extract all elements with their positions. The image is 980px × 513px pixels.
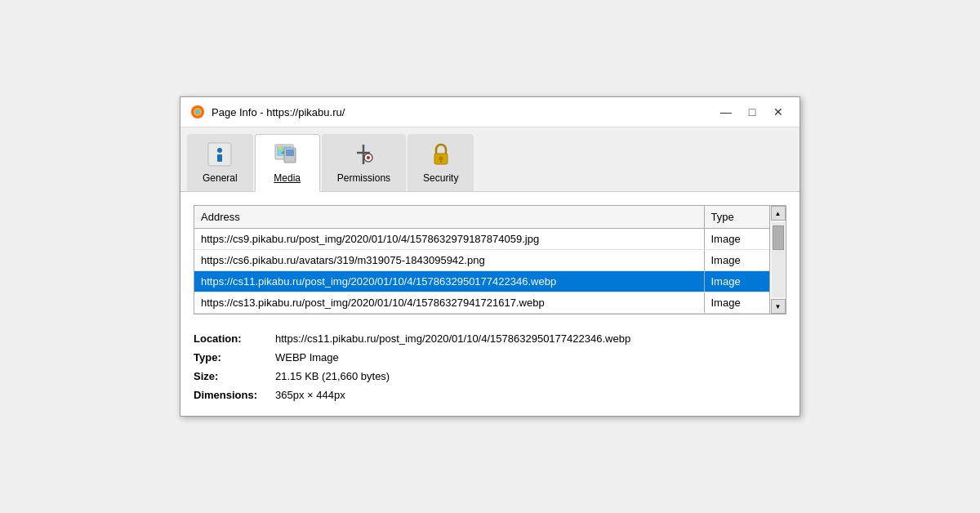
- table-row[interactable]: https://cs6.pikabu.ru/avatars/319/m31907…: [194, 250, 769, 271]
- scroll-thumb[interactable]: [773, 225, 784, 250]
- row-address: https://cs13.pikabu.ru/post_img/2020/01/…: [194, 292, 704, 314]
- window-title: Page Info - https://pikabu.ru/: [212, 106, 345, 118]
- title-bar: Page Info - https://pikabu.ru/ — □ ✕: [180, 97, 800, 127]
- svg-point-9: [278, 146, 282, 149]
- svg-point-2: [195, 109, 200, 114]
- content-area: Address Type https://cs9.pikabu.ru/post_…: [180, 192, 800, 416]
- dimensions-label: Dimensions:: [194, 387, 275, 403]
- tab-media-label: Media: [274, 172, 301, 184]
- row-address: https://cs11.pikabu.ru/post_img/2020/01/…: [194, 271, 704, 292]
- tab-permissions-label: Permissions: [337, 172, 390, 184]
- firefox-icon: [190, 105, 205, 119]
- tab-security[interactable]: Security: [408, 134, 474, 191]
- dimensions-value: 365px × 444px: [275, 387, 786, 403]
- row-address: https://cs6.pikabu.ru/avatars/319/m31907…: [194, 250, 704, 271]
- size-label: Size:: [194, 368, 275, 384]
- tab-general-label: General: [203, 172, 238, 184]
- page-info-window: Page Info - https://pikabu.ru/ — □ ✕ Gen…: [180, 96, 800, 417]
- scroll-down-button[interactable]: ▼: [771, 299, 786, 314]
- scroll-track[interactable]: [772, 222, 785, 297]
- lock-icon: [426, 140, 456, 169]
- row-address: https://cs9.pikabu.ru/post_img/2020/01/1…: [194, 229, 704, 250]
- scrollbar[interactable]: ▲ ▼: [769, 206, 786, 314]
- close-button[interactable]: ✕: [767, 104, 790, 120]
- tab-bar: General Media: [180, 127, 800, 192]
- media-icon: [273, 140, 302, 169]
- table-row[interactable]: https://cs13.pikabu.ru/post_img/2020/01/…: [194, 292, 769, 314]
- table-row-selected[interactable]: https://cs11.pikabu.ru/post_img/2020/01/…: [194, 271, 769, 292]
- minimize-button[interactable]: —: [715, 104, 737, 120]
- permissions-icon: [349, 140, 378, 169]
- details-section: Location: https://cs11.pikabu.ru/post_im…: [194, 328, 786, 403]
- tab-security-label: Security: [423, 172, 458, 184]
- row-type: Image: [704, 250, 769, 271]
- col-header-address: Address: [194, 206, 704, 229]
- type-value: WEBP Image: [275, 350, 786, 365]
- svg-point-4: [217, 148, 222, 153]
- media-table: Address Type https://cs9.pikabu.ru/post_…: [194, 206, 769, 314]
- tab-permissions[interactable]: Permissions: [322, 134, 406, 191]
- location-label: Location:: [194, 331, 275, 346]
- svg-point-20: [439, 157, 443, 161]
- row-type: Image: [704, 292, 769, 314]
- window-controls: — □ ✕: [715, 104, 790, 120]
- media-table-wrapper: Address Type https://cs9.pikabu.ru/post_…: [194, 205, 786, 314]
- location-value: https://cs11.pikabu.ru/post_img/2020/01/…: [275, 331, 786, 346]
- svg-rect-5: [217, 154, 222, 162]
- size-value: 21.15 KB (21,660 bytes): [275, 368, 786, 384]
- svg-rect-11: [286, 149, 294, 156]
- title-bar-left: Page Info - https://pikabu.ru/: [190, 105, 345, 119]
- row-type: Image: [704, 229, 769, 250]
- tab-general[interactable]: General: [187, 134, 253, 191]
- table-row[interactable]: https://cs9.pikabu.ru/post_img/2020/01/1…: [194, 229, 769, 250]
- media-table-inner: Address Type https://cs9.pikabu.ru/post_…: [194, 206, 769, 314]
- info-icon: [205, 140, 234, 169]
- type-label: Type:: [194, 350, 275, 365]
- col-header-type: Type: [704, 206, 769, 229]
- tab-media[interactable]: Media: [255, 134, 320, 192]
- row-type: Image: [704, 271, 769, 292]
- scroll-up-button[interactable]: ▲: [771, 206, 786, 221]
- maximize-button[interactable]: □: [741, 104, 764, 120]
